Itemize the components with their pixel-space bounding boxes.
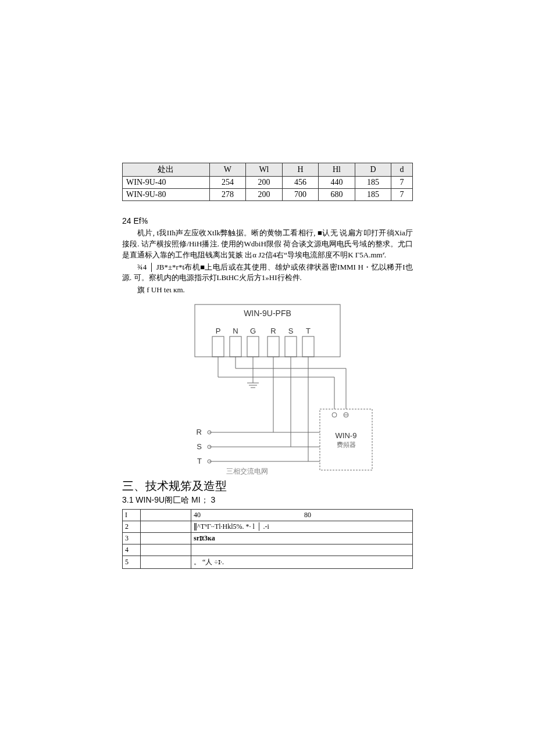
cell-lab	[141, 521, 191, 533]
cell-lab	[141, 510, 191, 521]
svg-point-36	[332, 413, 337, 417]
col-d: D	[355, 163, 391, 177]
cell: ǁ^TˢΓ··Tl·Hkl5%. *· l │ .-i	[191, 521, 413, 533]
svg-rect-10	[268, 336, 279, 357]
svg-text:费頻器: 费頻器	[337, 441, 356, 448]
cell: 440	[319, 177, 355, 189]
wiring-diagram: WIN-9U-PFB P N G R S T	[160, 302, 375, 476]
table-header-row: 处出 W Wl H Hl D d	[123, 163, 413, 177]
diagram-caption: 三相交流电网	[226, 467, 268, 475]
svg-rect-8	[230, 336, 241, 357]
cell: 7	[391, 189, 413, 201]
cell-lab	[141, 533, 191, 544]
svg-text:N: N	[233, 327, 238, 335]
section-3-1-heading: 3.1 WIN-9U阁匚哈 MI； 3	[122, 495, 413, 506]
svg-text:T: T	[306, 327, 311, 335]
svg-rect-7	[212, 336, 224, 357]
cell-idx: 2	[123, 521, 141, 533]
svg-text:G: G	[250, 327, 256, 335]
cell-lab	[141, 544, 191, 556]
cell: 200	[246, 189, 283, 201]
cell: 7	[391, 177, 413, 189]
cell-idx: 5	[123, 556, 141, 569]
table-row: 3 srɪt3ĸa	[123, 533, 413, 544]
paragraph: 机片, t我IIh声左应收Xtlk弊触据。晰的黄物工看相行, ■认无 说扁方叩打…	[122, 228, 413, 261]
col-model: 处出	[123, 163, 210, 177]
table-row: I 40 80	[123, 510, 413, 521]
cell: 185	[355, 177, 391, 189]
cell: 700	[282, 189, 319, 201]
cell: 278	[209, 189, 246, 201]
col-hl: Hl	[319, 163, 355, 177]
svg-text:P: P	[216, 327, 221, 335]
svg-text:T: T	[197, 457, 202, 465]
table-row: 5 。 “人 ÷ɪ·.	[123, 556, 413, 569]
cell: 。 “人 ÷ɪ·.	[191, 556, 413, 569]
table-row: 4	[123, 544, 413, 556]
svg-rect-9	[247, 336, 259, 357]
cell: 680	[319, 189, 355, 201]
svg-text:R: R	[270, 327, 276, 335]
cell: srɪt3ĸa	[191, 533, 413, 544]
table-row: 2 ǁ^TˢΓ··Tl·Hkl5%. *· l │ .-i	[123, 521, 413, 533]
svg-rect-12	[302, 336, 314, 357]
section-3-heading: 三、技术规笫及造型	[122, 478, 413, 494]
svg-text:WIN-9: WIN-9	[336, 431, 357, 440]
svg-text:S: S	[197, 442, 202, 451]
dimensions-table: 处出 W Wl H Hl D d WIN-9U-40 254 200 456 4…	[122, 163, 413, 201]
cell-model: WIN-9U-80	[123, 189, 210, 201]
col-dd: d	[391, 163, 413, 177]
svg-text:S: S	[288, 327, 294, 335]
cell-lab	[141, 556, 191, 569]
paragraph: 旗 f UH teι ĸm.	[122, 285, 413, 296]
svg-text:R: R	[197, 428, 202, 436]
cell-idx: I	[123, 510, 141, 521]
spec-table: I 40 80 2 ǁ^TˢΓ··Tl·Hkl5%. *· l │ .-i 3 …	[122, 509, 413, 569]
col-w: W	[209, 163, 246, 177]
svg-rect-11	[285, 336, 297, 357]
cell: 80	[302, 510, 413, 521]
cell: 40	[191, 510, 302, 521]
diagram-title: WIN-9U-PFB	[244, 309, 291, 318]
table-row: WIN-9U-80 278 200 700 680 185 7	[123, 189, 413, 201]
cell-idx: 4	[123, 544, 141, 556]
col-h: H	[282, 163, 319, 177]
paragraph: ¾4 │ JB*±*r*t布机■上电后或在其使用、雄炉或依律状器密IMMI H・…	[122, 262, 413, 284]
cell: 456	[282, 177, 319, 189]
cell-idx: 3	[123, 533, 141, 544]
cell-model: WIN-9U-40	[123, 177, 210, 189]
cell: 254	[209, 177, 246, 189]
section-24-title: 24 Ef⅜	[122, 216, 413, 225]
col-wl: Wl	[246, 163, 283, 177]
table-row: WIN-9U-40 254 200 456 440 185 7	[123, 177, 413, 189]
cell: 200	[246, 177, 283, 189]
cell: 185	[355, 189, 391, 201]
cell	[191, 544, 413, 556]
